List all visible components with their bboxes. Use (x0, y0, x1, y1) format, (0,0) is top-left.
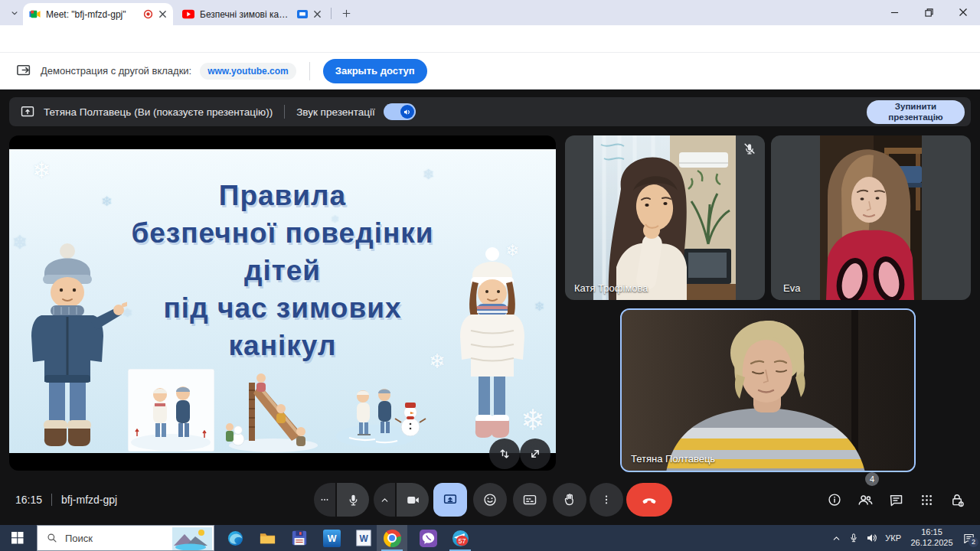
meet-app: Тетяна Полтавець (Ви (показуєте презента… (0, 90, 980, 525)
people-panel-icon[interactable] (851, 486, 879, 514)
end-call-button[interactable] (626, 483, 672, 517)
taskbar-word-doc-icon[interactable]: W (349, 525, 378, 551)
tab-search-icon[interactable] (6, 5, 23, 21)
host-controls-lock-icon[interactable] (943, 486, 971, 514)
slide-girl-illustration (448, 245, 536, 452)
slide-scene-sliding (226, 369, 322, 453)
presentation-audio-label: Звук презентації (296, 106, 375, 118)
meeting-code: bfj-mfzd-gpj (61, 494, 117, 506)
svg-text:W: W (359, 533, 368, 544)
meeting-time: 16:15 (15, 494, 42, 506)
tab-title: Meet: "bfj-mfzd-gpj" (46, 9, 138, 20)
tray-clock[interactable]: 16:15 26.12.2025 (908, 527, 956, 549)
slide-content: ❄ ❄ ❄ ❄ ❄ ❄ ❄ ❄ ❄ ❄ Правила безпечної по… (9, 149, 556, 453)
fullscreen-button[interactable] (520, 439, 550, 469)
raise-hand-button[interactable] (553, 483, 586, 517)
notification-center-icon[interactable]: 2 (962, 532, 975, 545)
divider (309, 62, 310, 80)
share-banner-message: Демонстрация с другой вкладки: (41, 65, 191, 77)
tray-time: 16:15 (908, 527, 956, 538)
video-feed (593, 135, 736, 300)
shared-site-pill[interactable]: www.youtube.com (200, 63, 296, 80)
tray-mic-icon[interactable] (848, 533, 859, 543)
stop-presentation-line2: презентацію (888, 112, 942, 122)
browser-address-bar: meet.google.com/bfj-mfzd-gpj?authuser=0 … (0, 25, 980, 52)
tray-language[interactable]: УКР (885, 533, 901, 543)
screen: Meet: "bfj-mfzd-gpj" Безпечні зимові кан… (0, 0, 980, 551)
svg-text:W: W (327, 533, 336, 544)
window-close-button[interactable] (946, 0, 980, 24)
presenter-label: Тетяна Полтавець (Ви (показуєте презента… (44, 106, 273, 118)
meeting-details-icon[interactable] (821, 486, 848, 514)
windows-taskbar: Поиск W (0, 525, 980, 551)
search-highlight-image (172, 527, 212, 550)
tab-sharing-icon (297, 10, 308, 19)
people-count-badge: 4 (865, 472, 879, 486)
video-feed (820, 135, 922, 300)
present-button[interactable] (433, 483, 467, 517)
audio-on-icon (400, 105, 414, 119)
tab-youtube[interactable]: Безпечні зимові канікули. (176, 3, 328, 25)
video-tile-katya[interactable]: Катя Трофімова (565, 135, 765, 300)
taskbar-floppy-app-icon[interactable] (285, 525, 314, 551)
participant-name: Тетяна Полтавець (631, 453, 715, 465)
mic-button[interactable] (337, 483, 369, 517)
video-tile-tetyana[interactable]: Тетяна Полтавець (620, 308, 916, 472)
presentation-audio-toggle[interactable] (384, 103, 416, 120)
video-feed (622, 310, 916, 472)
mic-options-button[interactable] (314, 483, 335, 517)
start-button[interactable] (3, 525, 32, 551)
stop-sharing-button[interactable]: Закрыть доступ (323, 59, 427, 83)
tray-expand-icon[interactable] (831, 533, 841, 543)
slide-scene-skating (334, 377, 427, 451)
tray-date: 26.12.2025 (908, 538, 956, 549)
taskbar-word-icon[interactable]: W (317, 525, 346, 551)
meeting-info: 16:15 bfj-mfzd-gpj (15, 491, 117, 509)
taskbar-viber-icon[interactable] (413, 525, 443, 551)
participant-name: Катя Трофімова (574, 282, 648, 294)
presentation-banner: Тетяна Полтавець (Ви (показуєте презента… (9, 97, 971, 126)
browser-tab-bar: Meet: "bfj-mfzd-gpj" Безпечні зимові кан… (0, 0, 980, 25)
system-tray: УКР 16:15 26.12.2025 2 (831, 525, 980, 551)
search-icon (47, 533, 57, 543)
taskbar-chrome-icon[interactable] (377, 525, 407, 551)
tray-volume-icon[interactable] (866, 532, 878, 544)
tab-sharing-banner: Демонстрация с другой вкладки: www.youtu… (0, 52, 980, 90)
youtube-favicon-icon (182, 9, 194, 19)
tab-title: Безпечні зимові канікули. (200, 9, 292, 20)
resize-tile-button[interactable] (489, 439, 520, 469)
mic-off-icon (742, 142, 757, 157)
video-tile-eva[interactable]: Eva (771, 135, 971, 300)
shared-tab-icon (17, 64, 32, 77)
divider (284, 105, 285, 119)
tab-separator (331, 8, 332, 19)
present-box-icon (20, 104, 35, 119)
participant-name: Eva (783, 282, 800, 294)
window-restore-button[interactable] (912, 0, 946, 24)
recording-indicator-icon (143, 9, 153, 19)
reactions-button[interactable] (473, 483, 507, 517)
notification-count-badge: 2 (969, 537, 978, 547)
meet-favicon-icon (29, 8, 41, 20)
captions-button[interactable] (513, 483, 547, 517)
activities-grid-icon[interactable] (913, 486, 940, 514)
more-options-button[interactable] (590, 483, 623, 517)
telegram-unread-badge: 57 (456, 536, 468, 546)
presentation-tile[interactable]: ❄ ❄ ❄ ❄ ❄ ❄ ❄ ❄ ❄ ❄ Правила безпечної по… (9, 135, 556, 471)
window-minimize-button[interactable] (877, 0, 912, 24)
camera-options-button[interactable] (374, 483, 395, 517)
chat-panel-icon[interactable] (882, 486, 910, 514)
taskbar-search-input[interactable]: Поиск (37, 525, 214, 551)
taskbar-edge-icon[interactable] (220, 525, 250, 551)
new-tab-icon[interactable] (337, 4, 355, 22)
stop-presentation-line1: Зупинити (895, 102, 936, 111)
tab-meet[interactable]: Meet: "bfj-mfzd-gpj" (23, 3, 173, 25)
search-placeholder: Поиск (65, 533, 93, 544)
slide-boy-illustration (11, 241, 127, 450)
tab-close-icon[interactable] (158, 10, 167, 18)
tab-close-icon[interactable] (313, 10, 322, 18)
slide-scene-walking (128, 369, 214, 452)
camera-button[interactable] (397, 483, 429, 517)
stop-presentation-button[interactable]: Зупинити презентацію (867, 100, 965, 124)
taskbar-explorer-icon[interactable] (253, 525, 282, 551)
